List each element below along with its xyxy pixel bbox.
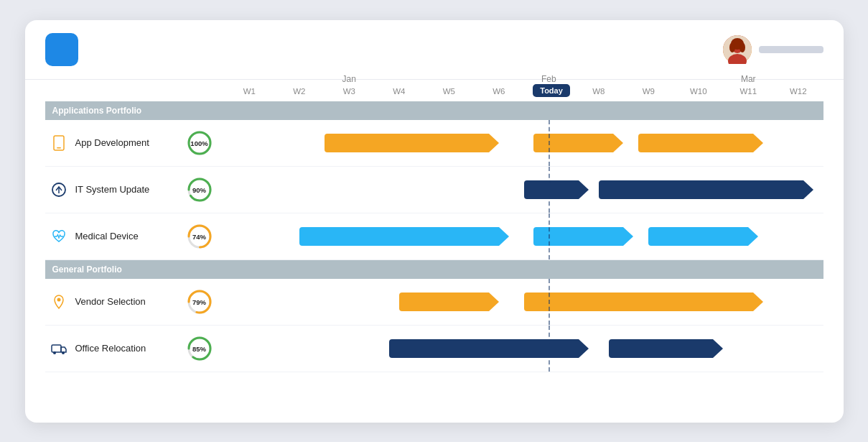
gantt-header: W1W2W3JanW4W5W6W7FebW8W9W10W11MarW12Toda… [45,80,823,101]
project-name-cell: Vendor Selection [45,287,174,317]
bars-area [225,213,823,259]
gantt-bar [524,293,764,311]
week-col-w3: W3Jan [325,87,375,101]
project-name: Office Relocation [75,343,146,354]
svg-point-21 [62,351,65,354]
gantt-bar [533,134,623,152]
health-circle: 100% [186,129,213,157]
upload-circle-icon [50,180,68,199]
week-col-w7: W7Feb [524,87,574,101]
avatar [723,35,752,64]
section-label: General Portfolio [45,264,225,275]
bars-area [225,120,823,166]
gantt-bar [599,180,813,199]
tablet-icon [50,134,68,152]
bars-area [225,279,823,325]
project-name: IT System Update [75,184,150,195]
gantt-bar [389,339,589,358]
section-label: Applications Portfolio [45,106,225,116]
user-area [723,35,823,64]
health-circle: 74% [186,223,213,250]
project-name-cell: Medical Device [45,221,174,252]
gantt-bar [533,227,633,246]
week-col-w10: W10 [673,87,724,101]
health-pct: 85% [192,344,206,352]
project-row: Vendor Selection 79% [45,279,823,326]
health-pct: 100% [190,139,207,147]
project-health-cell: 74% [174,223,225,250]
month-label-feb: Feb [541,74,556,84]
week-col-w5: W5 [424,87,475,101]
bars-area [225,326,823,372]
week-col-w1: W1 [225,87,275,101]
heart-pulse-icon [50,227,68,246]
health-circle: 85% [186,335,213,362]
project-health-cell: 100% [174,129,225,157]
week-col-w6: W6 [474,87,524,101]
svg-rect-7 [57,147,61,149]
week-col-w9: W9 [624,87,674,101]
section-header: General Portfolio [45,260,823,279]
svg-point-5 [739,42,745,52]
svg-point-4 [729,42,735,52]
project-name-cell: IT System Update [45,175,174,205]
month-label-mar: Mar [741,74,756,84]
project-row: Office Relocation 85% [45,326,823,372]
svg-rect-19 [52,345,61,352]
bars-area [225,167,823,213]
logo [45,33,78,66]
project-health-cell: 79% [174,288,225,316]
gantt-bar [524,180,589,199]
project-health-cell: 85% [174,335,225,362]
gantt-bar [638,134,763,152]
week-col-w12: W12 [773,87,823,101]
project-name-cell: Office Relocation [45,333,174,364]
health-pct: 79% [192,298,206,305]
health-column-header [174,87,225,101]
project-name: Vendor Selection [75,296,146,307]
month-label-jan: Jan [342,74,356,84]
gantt-bar [399,293,499,311]
header [25,20,844,80]
week-col-w11: W11Mar [724,87,774,101]
project-health-cell: 90% [174,176,225,203]
health-circle: 79% [186,288,213,316]
project-name: Medical Device [75,231,139,241]
project-name: App Development [75,137,149,148]
truck-icon [50,339,68,358]
main-card: W1W2W3JanW4W5W6W7FebW8W9W10W11MarW12Toda… [25,20,844,423]
user-name [759,46,823,53]
week-col-w2: W2 [274,87,325,101]
weeks-header: W1W2W3JanW4W5W6W7FebW8W9W10W11MarW12Toda… [225,87,823,101]
health-pct: 90% [192,185,206,193]
gantt-bar [648,227,758,246]
health-circle: 90% [186,176,213,203]
project-row: App Development 100% [45,120,823,167]
gantt-bar [299,227,509,246]
project-name-cell: App Development [45,128,174,158]
health-pct: 74% [192,232,206,240]
svg-point-20 [53,351,56,354]
gantt-bar [325,134,499,152]
project-row: IT System Update 90% [45,167,823,213]
svg-point-16 [57,298,60,301]
gantt-body: Applications PortfolioApp Development 10… [45,101,823,372]
section-header: Applications Portfolio [45,101,823,120]
gantt-bar [609,339,724,358]
location-pin-icon [50,293,68,311]
week-col-w4: W4 [374,87,424,101]
week-col-w8: W8 [574,87,624,101]
projects-column-header [45,87,174,101]
gantt-chart: W1W2W3JanW4W5W6W7FebW8W9W10W11MarW12Toda… [25,80,844,372]
project-row: Medical Device 74% [45,213,823,260]
